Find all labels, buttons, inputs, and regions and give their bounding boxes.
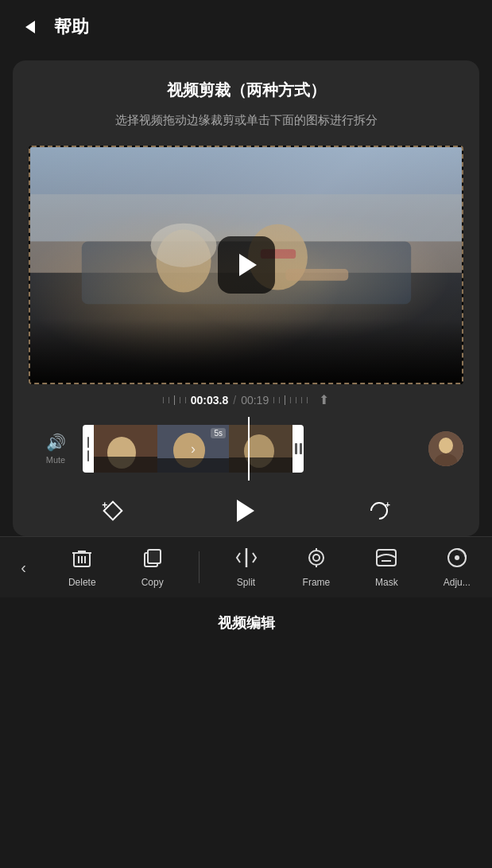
play-track-button[interactable] <box>237 500 254 522</box>
mask-label: Mask <box>375 577 398 588</box>
card-description: 选择视频拖动边缘裁剪或单击下面的图标进行拆分 <box>29 111 463 130</box>
mute-button[interactable]: 🔊 Mute <box>29 433 76 465</box>
action-copy[interactable]: Copy <box>129 543 176 591</box>
svg-point-19 <box>439 438 453 453</box>
header: 帮助 <box>0 0 492 54</box>
clip-thumbnail-3[interactable] <box>229 425 292 473</box>
clip-track: 5s › <box>83 425 414 473</box>
current-time: 00:03.8 <box>191 394 228 407</box>
frame-icon <box>305 547 327 572</box>
play-icon <box>239 254 257 276</box>
copy-label: Copy <box>141 577 164 588</box>
svg-point-36 <box>455 555 459 560</box>
tick <box>169 397 169 403</box>
tick <box>180 397 180 403</box>
svg-point-30 <box>313 555 320 561</box>
footer-title: 视频编辑 <box>218 615 275 631</box>
play-button[interactable] <box>218 236 275 294</box>
action-split[interactable]: Split <box>223 543 270 591</box>
action-delete[interactable]: Delete <box>58 543 106 591</box>
timeline-expand-icon[interactable]: ⬆ <box>319 392 329 407</box>
tick <box>301 397 302 403</box>
header-title: 帮助 <box>54 15 89 39</box>
svg-rect-27 <box>148 550 161 563</box>
play-track-icon <box>237 500 254 522</box>
pause-icon <box>295 443 302 454</box>
svg-rect-11 <box>94 457 157 473</box>
action-bar: ‹ Delete Copy <box>0 536 492 597</box>
card-title: 视频剪裁（两种方式） <box>29 80 463 101</box>
tick <box>279 397 280 403</box>
track-area: 🔊 Mute 5s <box>29 415 463 485</box>
svg-rect-14 <box>157 458 229 473</box>
action-divider <box>199 551 200 583</box>
timeline-bar: 00:03.8 / 00:19 ⬆ <box>29 384 463 415</box>
clip-thumbnail-1[interactable] <box>94 425 157 473</box>
video-player[interactable] <box>29 146 463 384</box>
clip-left-handle[interactable] <box>83 425 94 473</box>
tick <box>273 397 274 403</box>
adjust-label: Adju... <box>444 577 471 588</box>
clip-expand-icon[interactable]: › <box>191 441 196 457</box>
footer: 视频编辑 <box>0 597 492 645</box>
back-chevron-icon <box>25 21 35 33</box>
split-icon <box>235 547 258 572</box>
delete-label: Delete <box>68 577 96 588</box>
mute-label: Mute <box>46 455 65 465</box>
tick <box>290 397 291 403</box>
clip-avatar[interactable] <box>428 431 463 466</box>
clip-right-handle[interactable] <box>292 425 304 473</box>
avatar-svg <box>428 431 463 466</box>
clip-thumb-svg-3 <box>229 425 292 473</box>
handle-lines <box>87 437 89 461</box>
total-time: 00:19 <box>241 394 269 407</box>
clip-thumb-svg-1 <box>94 425 157 473</box>
back-button[interactable] <box>16 13 45 41</box>
pause-bar <box>295 443 297 454</box>
action-mask[interactable]: Mask <box>362 543 410 591</box>
action-back-button[interactable]: ‹ <box>11 552 36 583</box>
mask-icon <box>375 547 397 572</box>
add-keyframe-button[interactable]: + <box>100 498 126 524</box>
action-back-icon: ‹ <box>21 559 26 577</box>
bottom-toolbar: + + <box>29 485 463 536</box>
tick <box>285 395 285 405</box>
tick <box>174 395 175 405</box>
action-frame[interactable]: Frame <box>292 543 340 591</box>
frame-label: Frame <box>303 577 331 588</box>
video-bottom-gradient <box>30 319 462 383</box>
copy-icon <box>141 547 164 572</box>
playhead <box>248 417 250 481</box>
action-adjust[interactable]: Adju... <box>433 543 481 591</box>
tick <box>163 397 164 403</box>
svg-rect-33 <box>377 550 396 566</box>
tick <box>307 397 308 403</box>
clip-duration-label: 5s <box>211 428 226 438</box>
svg-point-29 <box>309 551 323 565</box>
adjust-icon <box>446 547 468 572</box>
tick <box>296 397 296 403</box>
handle-line <box>87 450 89 461</box>
pause-bar <box>300 443 302 454</box>
split-label: Split <box>237 577 255 588</box>
clip-thumbnail-2[interactable]: 5s › <box>157 425 229 473</box>
time-divider: / <box>233 394 236 407</box>
speed-icon: + <box>366 498 392 524</box>
main-card: 视频剪裁（两种方式） 选择视频拖动边缘裁剪或单击下面的图标进行拆分 <box>13 60 479 536</box>
add-keyframe-icon: + <box>100 498 126 524</box>
speed-button[interactable]: + <box>366 498 392 524</box>
delete-icon <box>71 547 93 572</box>
svg-rect-17 <box>229 457 292 473</box>
handle-line <box>87 437 89 448</box>
speaker-icon: 🔊 <box>46 433 66 452</box>
tick <box>185 397 186 403</box>
